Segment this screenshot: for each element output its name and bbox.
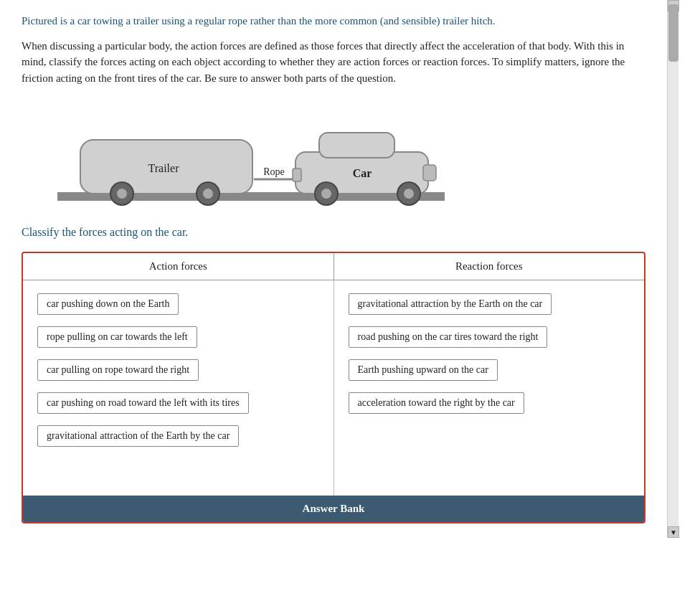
scrollbar[interactable]: ▲ ▼ [667,0,678,538]
scrollbar-thumb[interactable] [668,4,678,62]
svg-rect-11 [423,165,436,181]
forces-table-header: Action forces Reaction forces [23,253,644,280]
reaction-forces-header: Reaction forces [334,253,645,280]
action-forces-header: Action forces [23,253,334,280]
intro-line2: When discussing a particular body, the a… [22,38,645,87]
action-force-item[interactable]: rope pulling on car towards the left [37,326,197,348]
svg-rect-12 [293,169,301,181]
svg-text:Car: Car [353,167,372,179]
reaction-force-item[interactable]: Earth pushing upward on the car [349,359,498,381]
action-force-item[interactable]: car pulling on rope toward the right [37,359,199,381]
scrollbar-down-arrow[interactable]: ▼ [668,526,679,538]
answer-bank-bar: Answer Bank [23,496,644,522]
svg-point-5 [203,189,213,199]
reaction-force-item[interactable]: road pushing on the car tires toward the… [349,326,548,348]
vehicle-scene: Trailer Rope [43,100,459,212]
forces-table-body: car pushing down on the Earthrope pullin… [23,280,644,496]
svg-text:Rope: Rope [263,166,285,177]
illustration: Trailer Rope [43,100,459,212]
svg-rect-10 [319,133,394,158]
action-force-item[interactable]: car pushing on road toward the left with… [37,392,249,414]
forces-table: Action forces Reaction forces car pushin… [22,252,645,523]
svg-point-3 [117,189,127,199]
svg-text:Trailer: Trailer [148,162,180,174]
reaction-force-item[interactable]: gravitational attraction by the Earth on… [349,293,552,315]
action-force-item[interactable]: car pushing down on the Earth [37,293,179,315]
reaction-forces-col: gravitational attraction by the Earth on… [334,280,645,496]
reaction-force-item[interactable]: acceleration toward the right by the car [349,392,524,414]
vehicles-svg: Trailer Rope [43,100,459,212]
intro-line1: Pictured is a car towing a trailer using… [22,13,645,29]
action-forces-col: car pushing down on the Earthrope pullin… [23,280,334,496]
svg-point-14 [321,189,331,199]
action-force-item[interactable]: gravitational attraction of the Earth by… [37,425,239,447]
classify-heading: Classify the forces acting on the car. [22,226,645,239]
svg-point-16 [404,189,414,199]
